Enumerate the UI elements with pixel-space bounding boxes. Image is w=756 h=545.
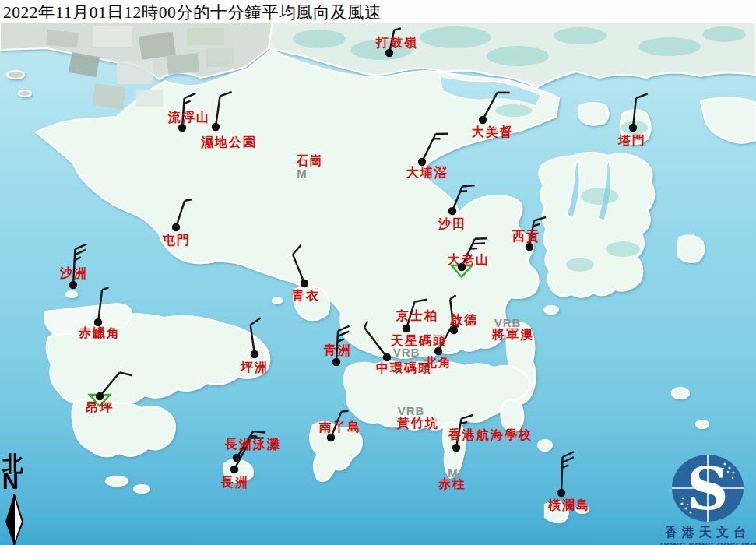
station-dot [629,124,637,132]
compass-needle-icon [3,494,25,545]
station-dot [301,280,308,287]
station-dot [230,466,238,473]
station-label-cheung-chau: 長洲 [221,475,249,491]
station-label-tsing-yi: 青衣 [292,288,320,304]
station-label-tap-mun: 塔門 [618,133,646,149]
hko-logo-name-zh: 香港天文台 [660,525,755,541]
station-label-kai-tak: 啟德 [450,312,478,329]
station-label-cheung-chau-beach: 長洲泳灘 [225,437,281,453]
station-label-wong-chuk-hang: 黃竹坑 [397,416,439,432]
wind-barb-tai-mei-tuk [479,93,510,125]
station-label-tates-cairn: 大老山 [448,252,490,269]
station-label-shek-kong: 石崗 [296,153,324,170]
station-label-peng-chau: 坪洲 [241,360,269,376]
station-label-sai-kung: 西貢 [512,229,540,245]
wind-barb-peng-chau [251,318,261,358]
station-dot [557,489,565,497]
title-bar: 2022年11月01日12時00分的十分鐘平均風向及風速 [0,0,756,23]
wind-barb-waglan-island [557,452,574,497]
station-label-tseung-kwan-o: 將軍澳 [492,327,534,343]
wind-barb-tsing-yi [293,245,308,287]
station-dot [251,350,258,358]
station-label-ngong-ping: 昂坪 [86,400,114,417]
hko-logo-icon: S [670,453,745,523]
station-dot [172,223,180,231]
wind-barb-sha-tin [448,185,475,215]
station-dot [452,444,460,452]
station-label-kings-park: 京士柏 [396,308,438,325]
station-label-wetland-park: 濕地公園 [201,135,257,151]
wind-barb-chek-lap-kok [94,287,109,326]
hko-logo: S 香港天文台 HONG KONG OBSERVATORY [660,453,755,545]
map-title: 2022年11月01日12時00分的十分鐘平均風向及風速 [3,1,382,23]
station-dot [448,207,456,215]
station-symbols [0,0,756,545]
wind-barb-wetland-park [212,92,232,131]
compass-north-letter: N [2,469,19,494]
station-label-star-ferry-pier: 天星碼頭 [391,333,447,350]
station-label-tai-po-kau: 大埔滘 [406,165,448,181]
station-label-hk-sea-school: 香港航海學校 [448,427,533,444]
station-dot [69,281,77,289]
wind-barb-central-pier [364,322,391,362]
station-label-tuen-mun: 屯門 [163,233,191,249]
station-label-sha-chau: 沙洲 [60,265,88,282]
station-dot [479,116,487,124]
station-dot [403,325,410,332]
station-label-north-point: 北角 [424,355,452,371]
station-label-tai-mei-tuk: 大美督 [472,125,514,141]
svg-text:S: S [687,455,728,522]
station-label-chek-lap-kok: 赤鱲角 [79,325,121,342]
station-label-stanley: 赤柱 [438,476,466,493]
station-label-green-island: 青洲 [324,343,352,359]
station-label-lau-fau-shan: 流浮山 [168,110,210,126]
station-dot [332,358,340,366]
station-dot [212,123,220,131]
wind-map: 2022年11月01日12時00分的十分鐘平均風向及風速 打鼓嶺流浮山濕地公園石… [0,0,756,545]
station-label-ta-kwu-ling: 打鼓嶺 [376,35,418,51]
wind-barb-tap-mun [629,93,648,132]
station-label-waglan-island: 橫瀾島 [548,498,590,514]
station-label-sha-tin: 沙田 [438,216,466,233]
wind-barb-tuen-mun [172,199,192,231]
wind-barb-tai-po-kau [418,134,448,166]
hko-logo-name-en: HONG KONG OBSERVATORY [660,541,755,545]
station-label-lamma-island: 南丫島 [319,420,361,436]
